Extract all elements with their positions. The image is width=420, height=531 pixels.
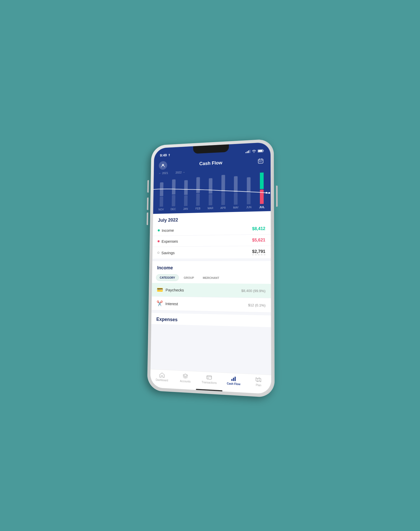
expense-bar-1: [172, 195, 175, 206]
income-text: Income: [162, 228, 174, 232]
wifi-icon: [252, 150, 256, 153]
svg-rect-12: [232, 379, 233, 381]
nav-transactions-label: Transactions: [202, 381, 217, 384]
bar-group-1[interactable]: [168, 179, 179, 206]
expenses-amount: $5,621: [252, 238, 265, 243]
bar-group-5[interactable]: [218, 175, 229, 205]
interest-name: Interest: [165, 301, 178, 306]
nav-dashboard[interactable]: Dashboard: [150, 371, 174, 382]
income-section-header: Income: [152, 261, 271, 274]
chart-bars[interactable]: [153, 172, 271, 207]
status-icons: [245, 149, 264, 153]
paychecks-name: Paychecks: [166, 288, 184, 292]
year-left: ← 2021: [159, 171, 168, 175]
summary-section: July 2022 Income $8,412: [152, 211, 271, 259]
income-bar-8: [260, 172, 264, 189]
nav-dashboard-label: Dashboard: [156, 378, 168, 382]
income-dot: [158, 229, 160, 231]
savings-amount: $2,791: [252, 249, 265, 255]
year-right: 2022 →: [176, 171, 185, 174]
nav-plan[interactable]: Plan: [246, 376, 271, 387]
bar-group-8[interactable]: [256, 172, 267, 204]
tab-merchant[interactable]: MERCHANT: [199, 274, 223, 282]
svg-rect-1: [263, 150, 264, 151]
layers-icon: [182, 373, 188, 379]
nav-transactions[interactable]: Transactions: [197, 374, 221, 385]
card-icon: [206, 374, 212, 380]
bar-group-7[interactable]: [243, 177, 254, 204]
bar-group-0[interactable]: [156, 182, 167, 207]
nav-accounts[interactable]: Accounts: [174, 373, 197, 383]
svg-rect-13: [233, 378, 234, 381]
svg-rect-5: [259, 161, 260, 162]
expenses-dot: [158, 240, 160, 242]
interest-icon: ✂️: [156, 300, 163, 306]
interest-amount: $12 (0.1%): [248, 303, 265, 307]
month-dec: DEC: [167, 208, 180, 211]
status-time: 9:49: [160, 153, 171, 157]
home-indicator: [196, 389, 222, 391]
tab-group[interactable]: GROUP: [180, 274, 198, 281]
income-section-title: Income: [157, 265, 173, 270]
expense-bar-4: [209, 194, 212, 205]
bottom-nav: Dashboard Accounts: [150, 369, 271, 392]
interest-row[interactable]: ✂️ Interest $12 (0.1%): [151, 296, 271, 313]
svg-rect-6: [261, 161, 261, 162]
nav-plan-label: Plan: [256, 384, 261, 387]
expenses-text: Expenses: [161, 239, 178, 243]
expense-bar-5: [221, 192, 225, 205]
bar-group-4[interactable]: [205, 178, 216, 206]
svg-point-8: [269, 192, 270, 194]
paychecks-icon: 💳: [157, 286, 163, 293]
income-bar-7: [247, 177, 250, 192]
expense-bar-2: [184, 195, 188, 206]
calendar-icon: [258, 158, 264, 164]
chart-container: ← 2021 2022 →: [153, 165, 271, 214]
nav-cashflow-label: Cash Flow: [227, 382, 240, 386]
income-amount: $8,412: [252, 226, 265, 231]
battery-icon: [258, 149, 264, 153]
paychecks-left: 💳 Paychecks: [157, 286, 184, 293]
bar-group-6[interactable]: [230, 176, 242, 205]
calendar-button[interactable]: [256, 156, 265, 166]
bar-group-3[interactable]: [193, 177, 204, 206]
month-nov: NOV: [155, 208, 167, 211]
month-apr: APR: [217, 206, 230, 210]
savings-label: Savings: [158, 251, 175, 255]
map-icon: [255, 376, 261, 383]
expense-bar-3: [196, 193, 200, 206]
svg-rect-14: [235, 377, 236, 381]
tab-category-label: CATEGORY: [160, 276, 175, 279]
expenses-section: Expenses: [151, 313, 271, 327]
month-jul: JUL: [255, 205, 269, 209]
expense-bar-6: [234, 193, 238, 205]
paychecks-row[interactable]: 💳 Paychecks $8,400 (99.9%): [152, 283, 271, 298]
month-jan: JAN: [179, 207, 192, 211]
nav-cashflow[interactable]: Cash Flow: [221, 375, 246, 386]
savings-dot: [158, 252, 160, 254]
bars-icon: [230, 375, 237, 382]
month-mar: MAR: [204, 207, 217, 210]
svg-rect-4: [258, 159, 263, 163]
time-display: 9:49: [160, 153, 167, 157]
tab-category[interactable]: CATEGORY: [156, 274, 179, 281]
savings-text: Savings: [161, 251, 175, 255]
bar-group-2[interactable]: [180, 180, 191, 206]
income-bar-4: [209, 178, 212, 194]
svg-rect-0: [258, 150, 263, 152]
paychecks-amount: $8,400 (99.9%): [241, 289, 265, 293]
svg-point-7: [266, 192, 267, 194]
expense-bar-7: [247, 193, 250, 204]
expenses-section-header: Expenses: [151, 313, 271, 327]
savings-row: Savings $2,791: [152, 246, 271, 258]
income-bar-3: [196, 177, 200, 193]
location-icon: [168, 153, 171, 157]
bars-container: [155, 172, 269, 207]
tab-merchant-label: MERCHANT: [203, 276, 219, 279]
house-icon: [159, 372, 165, 378]
svg-rect-2: [258, 150, 262, 152]
income-bar-1: [172, 179, 176, 195]
phone-screen: 9:49: [150, 142, 271, 394]
scroll-content[interactable]: July 2022 Income $8,412: [150, 211, 271, 375]
avatar-button[interactable]: [159, 161, 167, 170]
